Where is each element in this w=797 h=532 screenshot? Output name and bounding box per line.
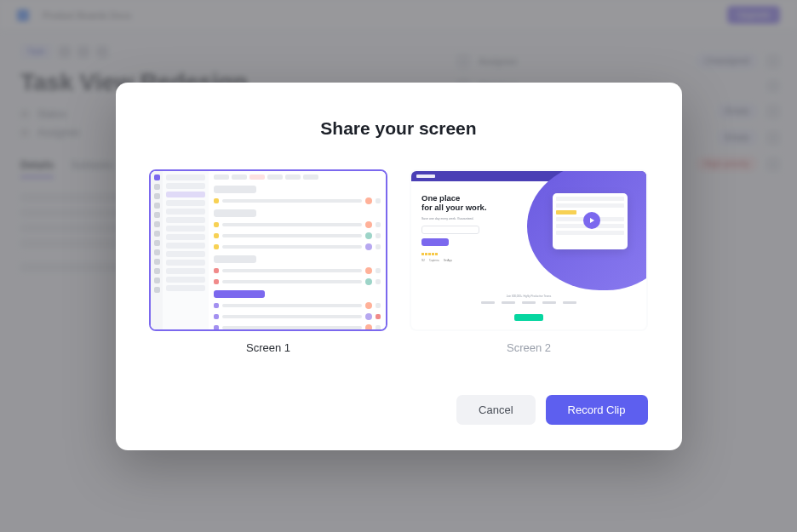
screen-1-thumbnail — [149, 169, 387, 331]
modal-overlay: Share your screen — [0, 0, 797, 532]
screen-2-label: Screen 2 — [507, 341, 551, 354]
modal-title: Share your screen — [150, 118, 648, 139]
cancel-button[interactable]: Cancel — [456, 395, 535, 425]
modal-footer: Cancel Record Clip — [150, 395, 648, 425]
screen-option-2[interactable]: One placefor all your work. Save one day… — [410, 169, 648, 354]
screen-1-label: Screen 1 — [246, 341, 290, 354]
screen-options: Screen 1 — [150, 169, 648, 354]
share-screen-modal: Share your screen — [116, 83, 682, 450]
record-clip-button[interactable]: Record Clip — [546, 395, 648, 425]
screen-2-thumbnail: One placefor all your work. Save one day… — [410, 169, 648, 331]
screen-option-1[interactable]: Screen 1 — [149, 169, 387, 354]
